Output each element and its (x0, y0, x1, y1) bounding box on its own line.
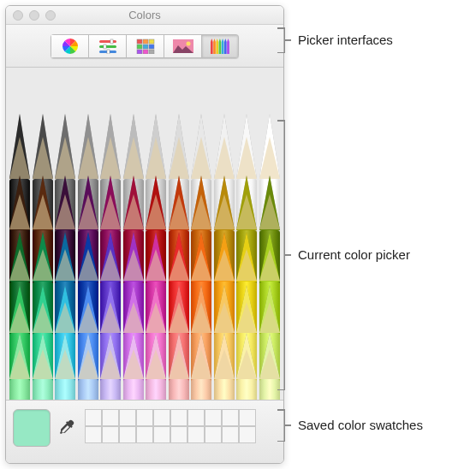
saved-swatches-grid (85, 409, 256, 443)
svg-point-16 (186, 41, 190, 45)
zoom-window-button[interactable] (45, 10, 56, 21)
eyedropper-button[interactable] (57, 418, 78, 438)
svg-rect-6 (137, 39, 142, 44)
picker-toolbar (6, 25, 283, 68)
svg-rect-5 (107, 50, 110, 54)
svg-rect-0 (99, 40, 116, 43)
swatch-cell[interactable] (170, 409, 187, 426)
window-titlebar: Colors (6, 6, 283, 25)
pencil-row (6, 333, 283, 400)
picker-tab-pencils[interactable] (201, 34, 239, 58)
leader-line (284, 39, 291, 41)
swatch-cell[interactable] (187, 426, 205, 443)
swatch-cell[interactable] (85, 409, 102, 426)
close-window-button[interactable] (13, 10, 23, 21)
pencil-color[interactable] (78, 333, 98, 400)
leader-line (284, 254, 291, 256)
image-icon (173, 39, 193, 53)
svg-rect-22 (224, 42, 227, 54)
swatch-cell[interactable] (153, 409, 170, 426)
swatch-cell[interactable] (136, 426, 153, 443)
swatch-cell[interactable] (153, 426, 170, 443)
swatch-cell[interactable] (102, 409, 119, 426)
svg-rect-10 (143, 45, 148, 49)
pencil-color[interactable] (191, 333, 211, 400)
palette-icon (136, 39, 155, 54)
callout-picker-interfaces: Picker interfaces (298, 33, 393, 47)
pencils-icon (210, 39, 230, 54)
pencil-color[interactable] (9, 333, 30, 400)
bottom-bar (6, 400, 283, 463)
svg-rect-9 (137, 45, 142, 49)
color-wheel-icon (62, 38, 79, 55)
svg-rect-14 (149, 50, 154, 54)
eyedropper-icon (59, 419, 76, 436)
svg-rect-13 (143, 50, 148, 54)
picker-tab-image-palettes[interactable] (164, 34, 201, 58)
pencil-color[interactable] (236, 333, 257, 400)
swatch-cell[interactable] (205, 426, 222, 443)
swatch-cell[interactable] (102, 426, 119, 443)
callout-saved-swatches: Saved color swatches (298, 418, 423, 432)
current-color-well[interactable] (13, 409, 51, 447)
svg-rect-17 (211, 42, 213, 54)
svg-rect-1 (110, 39, 113, 44)
colors-window: Colors (5, 5, 284, 464)
swatch-cell[interactable] (187, 409, 205, 426)
svg-rect-7 (143, 39, 148, 44)
callout-current-picker: Current color picker (298, 247, 410, 262)
svg-rect-8 (149, 39, 154, 44)
svg-rect-20 (219, 42, 222, 54)
picker-tab-color-palettes[interactable] (126, 34, 164, 58)
swatch-cell[interactable] (222, 409, 239, 426)
swatch-cell[interactable] (222, 426, 239, 443)
swatch-cell[interactable] (85, 426, 102, 443)
swatch-cell[interactable] (205, 409, 222, 426)
swatch-cell[interactable] (170, 426, 187, 443)
picker-tabs (51, 34, 239, 58)
minimize-window-button[interactable] (29, 10, 39, 21)
swatch-cell[interactable] (136, 409, 153, 426)
swatch-cell[interactable] (119, 426, 136, 443)
svg-rect-11 (149, 45, 154, 49)
swatch-cell[interactable] (239, 409, 256, 426)
swatch-cell[interactable] (239, 426, 256, 443)
svg-rect-12 (137, 50, 142, 54)
svg-rect-2 (99, 45, 116, 48)
picker-tab-color-sliders[interactable] (88, 34, 126, 58)
pencil-color[interactable] (146, 333, 166, 400)
pencil-rows (6, 114, 283, 400)
pencil-color[interactable] (123, 333, 144, 400)
window-controls (6, 10, 56, 21)
picker-tab-color-wheel[interactable] (51, 34, 88, 58)
pencil-color[interactable] (100, 333, 121, 400)
swatch-cell[interactable] (119, 409, 136, 426)
sliders-icon (98, 39, 117, 54)
svg-rect-3 (104, 45, 106, 49)
svg-rect-18 (213, 42, 216, 54)
pencil-color[interactable] (169, 333, 189, 400)
svg-rect-21 (222, 42, 224, 54)
svg-rect-19 (216, 42, 218, 54)
leader-line (284, 424, 291, 426)
svg-rect-23 (227, 42, 229, 54)
pencil-color[interactable] (33, 333, 53, 400)
pencil-color[interactable] (214, 333, 235, 400)
pencil-color[interactable] (55, 333, 75, 400)
pencil-picker-area (6, 68, 283, 400)
